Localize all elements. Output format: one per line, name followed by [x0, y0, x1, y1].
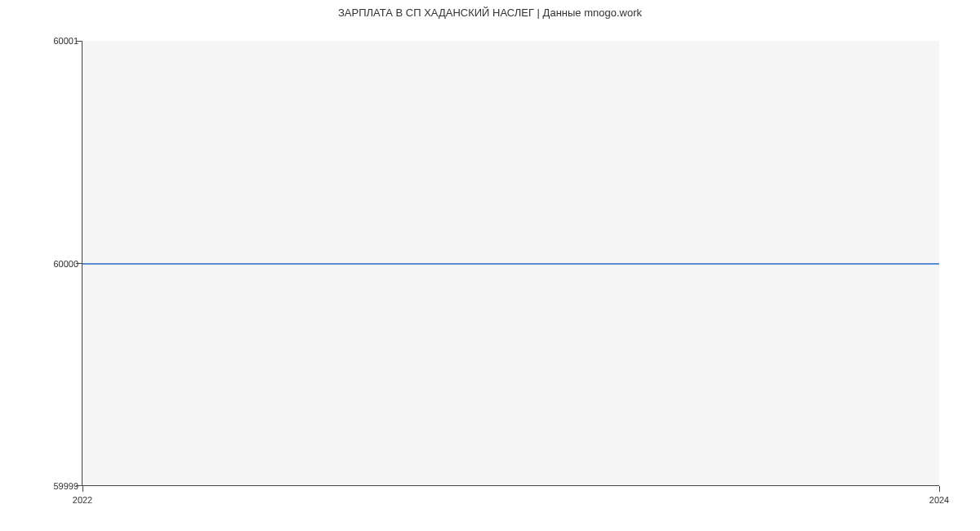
- x-axis-label: 2024: [929, 495, 949, 505]
- y-axis-label: 60001: [53, 36, 78, 46]
- data-line-series-0: [82, 263, 939, 265]
- chart-title: ЗАРПЛАТА В СП ХАДАНСКИЙ НАСЛЕГ | Данные …: [0, 0, 980, 19]
- y-axis-label: 60000: [53, 259, 78, 269]
- x-axis-tick: [939, 486, 940, 492]
- chart-container: 2022 2024 60001 60000 59999: [82, 41, 939, 486]
- x-axis-label: 2022: [73, 495, 92, 505]
- y-axis-label: 59999: [53, 481, 78, 491]
- plot-area: 2022 2024: [82, 41, 939, 486]
- x-axis-tick: [82, 486, 83, 492]
